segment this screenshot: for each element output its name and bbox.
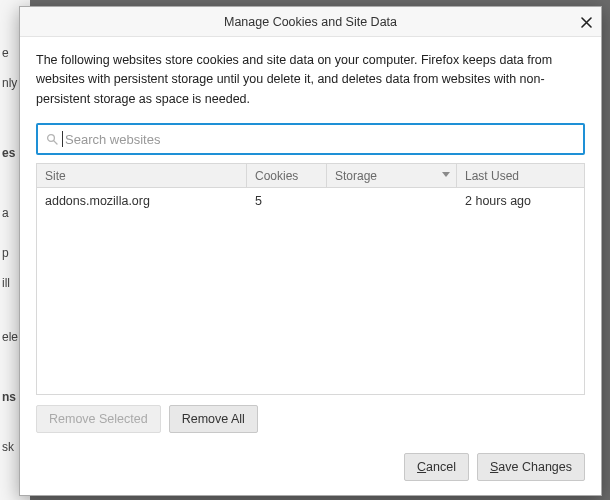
remove-selected-button[interactable]: Remove Selected bbox=[36, 405, 161, 433]
cell-site: addons.mozilla.org bbox=[37, 194, 247, 208]
remove-all-button[interactable]: Remove All bbox=[169, 405, 258, 433]
text-cursor bbox=[62, 131, 63, 147]
search-input[interactable] bbox=[65, 132, 575, 147]
table-header: Site Cookies Storage Last Used bbox=[37, 164, 584, 188]
sort-indicator-icon bbox=[442, 172, 450, 177]
close-button[interactable] bbox=[577, 13, 595, 31]
manage-cookies-dialog: Manage Cookies and Site Data The followi… bbox=[19, 6, 602, 496]
dialog-description: The following websites store cookies and… bbox=[36, 51, 585, 109]
column-header-lastused[interactable]: Last Used bbox=[457, 164, 584, 187]
table-body: addons.mozilla.org 5 2 hours ago bbox=[37, 188, 584, 394]
cancel-button[interactable]: Cancel bbox=[404, 453, 469, 481]
svg-line-1 bbox=[54, 141, 57, 144]
dialog-content: The following websites store cookies and… bbox=[20, 37, 601, 443]
selection-buttons: Remove Selected Remove All bbox=[36, 405, 585, 433]
dialog-title: Manage Cookies and Site Data bbox=[224, 15, 397, 29]
search-field-wrap[interactable] bbox=[36, 123, 585, 155]
dialog-footer: Cancel Save Changes bbox=[20, 443, 601, 495]
column-header-cookies[interactable]: Cookies bbox=[247, 164, 327, 187]
save-changes-button[interactable]: Save Changes bbox=[477, 453, 585, 481]
column-header-site[interactable]: Site bbox=[37, 164, 247, 187]
table-row[interactable]: addons.mozilla.org 5 2 hours ago bbox=[37, 188, 584, 214]
column-header-storage[interactable]: Storage bbox=[327, 164, 457, 187]
cell-lastused: 2 hours ago bbox=[457, 194, 584, 208]
search-icon bbox=[46, 133, 58, 145]
close-icon bbox=[581, 17, 592, 28]
site-data-table: Site Cookies Storage Last Used addons.mo… bbox=[36, 163, 585, 395]
cell-cookies: 5 bbox=[247, 194, 327, 208]
dialog-titlebar: Manage Cookies and Site Data bbox=[20, 7, 601, 37]
